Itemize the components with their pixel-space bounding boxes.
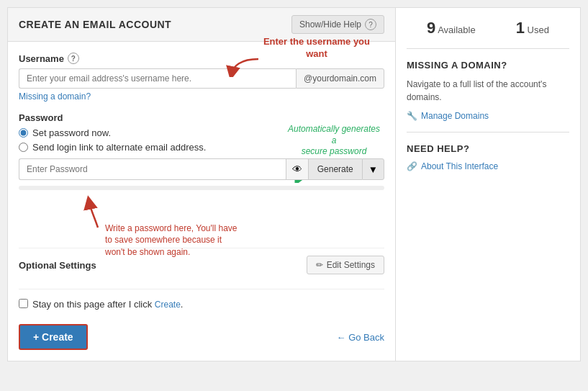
password-label: Password [19, 112, 384, 123]
external-link-icon: 🔗 [407, 161, 417, 171]
eye-slash-icon: 👁 [292, 163, 302, 175]
stay-on-page-row: Stay on this page after I click Create. [19, 289, 384, 317]
about-interface-link[interactable]: 🔗 About This Interface [407, 161, 569, 171]
missing-domain-title: MISSING A DOMAIN? [407, 60, 569, 71]
optional-settings-label: Optional Settings [19, 260, 96, 271]
show-hide-button[interactable]: Show/Hide Help ? [291, 15, 384, 34]
available-stat: 9 Available [427, 19, 476, 37]
username-label: Username ? [19, 53, 384, 64]
used-stat: 1 Used [516, 19, 549, 37]
username-help-icon[interactable]: ? [68, 53, 79, 64]
available-label: Available [438, 24, 476, 35]
edit-settings-button[interactable]: ✏ Edit Settings [307, 256, 384, 274]
stats-row: 9 Available 1 Used [407, 19, 569, 49]
password-input-row: 👁 Generate ▼ [19, 158, 384, 180]
missing-domain-text: Navigate to a full list of the account's… [407, 78, 569, 104]
go-back-link[interactable]: ← Go Back [337, 332, 384, 343]
username-input[interactable] [19, 68, 296, 89]
set-password-label: Set password now. [32, 127, 111, 138]
right-panel: 9 Available 1 Used MISSING A DOMAIN? Nav… [396, 7, 581, 361]
pencil-icon: ✏ [316, 260, 323, 270]
create-button[interactable]: + Create [19, 324, 88, 350]
checkbox-label-suffix: . [181, 299, 184, 310]
password-strength-bar [19, 186, 384, 190]
chevron-down-icon: ▼ [368, 164, 378, 175]
set-password-radio[interactable] [19, 128, 28, 138]
send-link-label: Send login link to alternate email addre… [32, 142, 206, 153]
username-row: @yourdomain.com [19, 68, 384, 89]
section-divider [407, 132, 569, 132]
used-count: 1 [516, 19, 525, 37]
missing-domain-link[interactable]: Missing a domain? [19, 91, 91, 102]
panel-header: CREATE AN EMAIL ACCOUNT Show/Hide Help ? [8, 8, 395, 42]
wrench-icon: 🔧 [407, 111, 417, 121]
generate-dropdown-button[interactable]: ▼ [362, 158, 384, 180]
password-radio-group: Set password now. Send login link to alt… [19, 127, 384, 153]
panel-title: CREATE AN EMAIL ACCOUNT [19, 19, 171, 30]
domain-badge: @yourdomain.com [296, 68, 384, 89]
manage-domains-link[interactable]: 🔧 Manage Domains [407, 111, 569, 121]
send-link-radio[interactable] [19, 143, 28, 152]
create-link[interactable]: Create [155, 300, 181, 310]
help-circle-icon: ? [365, 19, 376, 30]
optional-settings-row: Optional Settings ✏ Edit Settings [19, 248, 384, 282]
need-help-section: NEED HELP? 🔗 About This Interface [407, 143, 569, 171]
missing-domain-section: MISSING A DOMAIN? Navigate to a full lis… [407, 60, 569, 121]
stay-on-page-checkbox[interactable] [19, 299, 28, 308]
footer-row: + Create ← Go Back [19, 317, 384, 350]
used-label: Used [528, 24, 549, 35]
checkbox-label-prefix: Stay on this page after I click [32, 299, 155, 310]
need-help-title: NEED HELP? [407, 143, 569, 154]
password-input[interactable] [19, 158, 286, 180]
toggle-password-button[interactable]: 👁 [286, 158, 308, 180]
generate-button[interactable]: Generate [308, 158, 362, 180]
available-count: 9 [427, 19, 435, 37]
